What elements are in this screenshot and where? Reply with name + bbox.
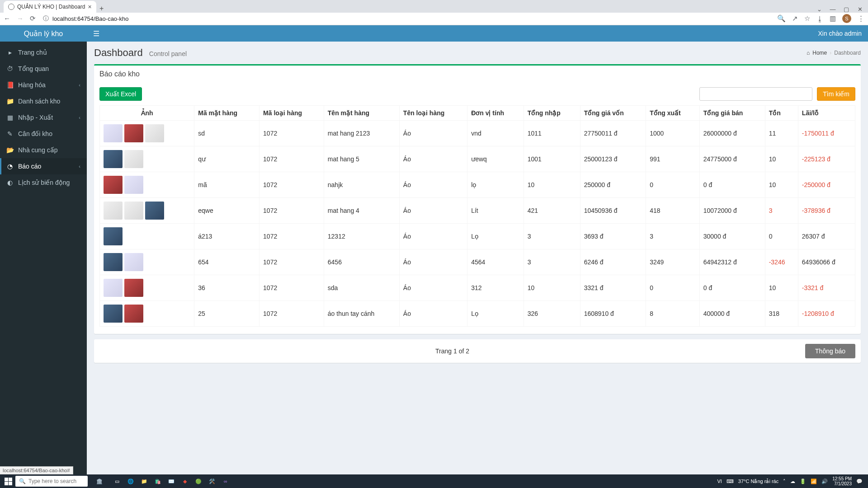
breadcrumb-current: Dashboard	[834, 50, 861, 56]
taskbar-explorer[interactable]: 📁	[138, 476, 150, 487]
taskbar-task-view[interactable]: ▭	[111, 476, 123, 487]
cell-lai-lo: 26307 đ	[798, 224, 855, 249]
sidebar-item-4[interactable]: ▦Nhập - Xuất‹	[0, 109, 87, 126]
cell-ton: 10	[765, 146, 798, 172]
browser-tab[interactable]: QUẢN LÝ KHO | Dashboard ×	[4, 1, 96, 13]
taskbar-chrome[interactable]: 🟢	[193, 476, 204, 487]
cell-dvt: 4564	[467, 249, 524, 275]
breadcrumb: ⌂ Home › Dashboard	[807, 50, 861, 56]
sidebar-item-1[interactable]: ⏱Tổng quan	[0, 61, 87, 77]
chevron-down-icon[interactable]: ⌄	[813, 6, 826, 13]
sidebar-item-8[interactable]: ◐Lịch sử biến động	[0, 174, 87, 191]
table-row[interactable]: 65410726456Áo456436246 đ324964942312 đ-3…	[100, 249, 855, 275]
taskbar-vs[interactable]: ∞	[220, 476, 231, 487]
cell-ton: 0	[765, 224, 798, 249]
page-subtitle: Control panel	[149, 50, 187, 57]
brand-logo[interactable]: Quản lý kho	[0, 25, 87, 42]
cell-dvt: Lít	[467, 198, 524, 224]
table-row[interactable]: sd1072mat hang 2123Áovnd101127750011 đ10…	[100, 121, 855, 146]
cell-tong_xuat: 418	[646, 198, 700, 224]
panel-icon[interactable]: ▥	[830, 14, 836, 23]
bookmark-icon[interactable]: ☆	[804, 14, 810, 23]
cell-image	[100, 146, 194, 172]
export-excel-button[interactable]: Xuất Excel	[99, 87, 142, 101]
reload-icon[interactable]: ⟳	[30, 14, 36, 23]
report-table: ẢnhMã mặt hàngMã loại hàngTên mặt hàngTê…	[99, 105, 855, 327]
taskbar-app-1[interactable]: 🏛️	[90, 476, 109, 487]
taskbar-mail[interactable]: ✉️	[165, 476, 177, 487]
sidebar-item-6[interactable]: 📂Nhà cung cấp	[0, 142, 87, 158]
close-tab-icon[interactable]: ×	[88, 3, 92, 10]
product-thumbnail	[104, 176, 123, 194]
search-input[interactable]	[699, 87, 812, 101]
menu-icon[interactable]: ⋮	[858, 14, 864, 23]
cell-tong_xuat: 8	[646, 301, 700, 327]
product-thumbnail	[124, 202, 143, 220]
hamburger-icon[interactable]: ☰	[93, 29, 99, 38]
cell-gia_ban: 64942312 đ	[699, 249, 765, 275]
share-icon[interactable]: ↗	[792, 14, 798, 23]
taskbar-store[interactable]: 🛍️	[152, 476, 164, 487]
tray-time: 12:55 PM	[832, 476, 852, 481]
tray-volume-icon[interactable]: 🔊	[821, 479, 828, 484]
notify-button[interactable]: Thông báo	[805, 344, 855, 358]
tray-wifi-icon[interactable]: 📶	[811, 479, 817, 484]
pager-text: Trang 1 of 2	[99, 347, 805, 355]
browser-tab-bar: QUẢN LÝ KHO | Dashboard × + ⌄ — ▢ ✕	[0, 0, 868, 13]
cell-ten_lh: Áo	[399, 249, 467, 275]
cell-dvt: ưewq	[467, 146, 524, 172]
sidebar-item-5[interactable]: ✎Cân đối kho	[0, 126, 87, 142]
back-icon[interactable]: ←	[4, 14, 10, 23]
start-button[interactable]	[3, 476, 14, 487]
maximize-icon[interactable]: ▢	[840, 6, 853, 13]
tray-notifications-icon[interactable]: 💬	[856, 479, 863, 484]
sidebar-item-7[interactable]: ◔Báo cáo‹	[0, 158, 87, 174]
table-row[interactable]: á213107212312ÁoLọ33693 đ330000 đ026307 đ	[100, 224, 855, 249]
profile-avatar[interactable]: S	[842, 14, 851, 23]
product-thumbnail	[124, 253, 143, 271]
table-row[interactable]: 251072áo thun tay cánhÁoLọ3261608910 đ84…	[100, 301, 855, 327]
table-row[interactable]: 361072sdaÁo312103321 đ00 đ10-3321 đ	[100, 275, 855, 301]
sidebar-item-2[interactable]: 📕Hàng hóa‹	[0, 77, 87, 93]
cell-ton: 11	[765, 121, 798, 146]
zoom-icon[interactable]: 🔍	[777, 14, 786, 23]
taskbar-search[interactable]: 🔍 Type here to search	[15, 476, 88, 487]
minimize-icon[interactable]: —	[826, 6, 839, 13]
url-box[interactable]: ⓘ localhost:64754/Bao-cao-kho	[43, 14, 773, 23]
search-button[interactable]: Tìm kiếm	[817, 87, 855, 101]
url-text: localhost:64754/Bao-cao-kho	[52, 15, 128, 22]
table-row[interactable]: mã1072nahjkÁolọ10250000 đ00 đ10-250000 đ	[100, 172, 855, 198]
tray-keyboard-icon[interactable]: ⌨	[726, 479, 734, 484]
taskbar-tools[interactable]: 🛠️	[206, 476, 218, 487]
tray-cloud-icon[interactable]: ☁	[790, 479, 795, 484]
globe-icon	[8, 4, 14, 10]
taskbar-edge[interactable]: 🌐	[125, 476, 137, 487]
tray-battery-icon[interactable]: 🔋	[800, 479, 806, 484]
taskbar-app-2[interactable]: ◆	[179, 476, 191, 487]
tray-chevron-up-icon[interactable]: ˄	[783, 479, 786, 484]
menu-icon: ▸	[6, 49, 14, 56]
table-row[interactable]: eqwe1072mat hang 4ÁoLít42110450936 đ4181…	[100, 198, 855, 224]
product-thumbnail	[145, 202, 164, 220]
breadcrumb-sep: ›	[830, 50, 831, 56]
product-thumbnail	[104, 150, 123, 168]
breadcrumb-home[interactable]: Home	[812, 50, 827, 56]
product-thumbnail	[145, 124, 164, 142]
table-header-row: ẢnhMã mặt hàngMã loại hàngTên mặt hàngTê…	[100, 106, 855, 121]
sidebar-item-3[interactable]: 📁Danh sách kho	[0, 93, 87, 109]
download-icon[interactable]: ⭳	[816, 15, 823, 23]
cell-gia_von: 27750011 đ	[580, 121, 646, 146]
table-row[interactable]: qư1072mat hang 5Áoưewq100125000123 đ9912…	[100, 146, 855, 172]
close-window-icon[interactable]: ✕	[854, 6, 866, 13]
sidebar-item-0[interactable]: ▸Trang chủ	[0, 44, 87, 61]
tray-weather[interactable]: 37°C Nắng rải rác	[738, 479, 778, 484]
new-tab-button[interactable]: +	[96, 5, 107, 13]
cell-gia_ban: 26000000 đ	[699, 121, 765, 146]
tray-clock[interactable]: 12:55 PM 7/1/2023	[832, 476, 852, 486]
cell-ten_mh: nahjk	[324, 172, 399, 198]
taskbar-search-placeholder: Type here to search	[28, 478, 76, 484]
main-area: ☰ Xin chào admin Dashboard Control panel…	[87, 25, 868, 474]
tray-lang[interactable]: VI	[717, 479, 722, 484]
forward-icon[interactable]: →	[17, 14, 24, 23]
cell-lai-lo: -378936 đ	[798, 198, 855, 224]
